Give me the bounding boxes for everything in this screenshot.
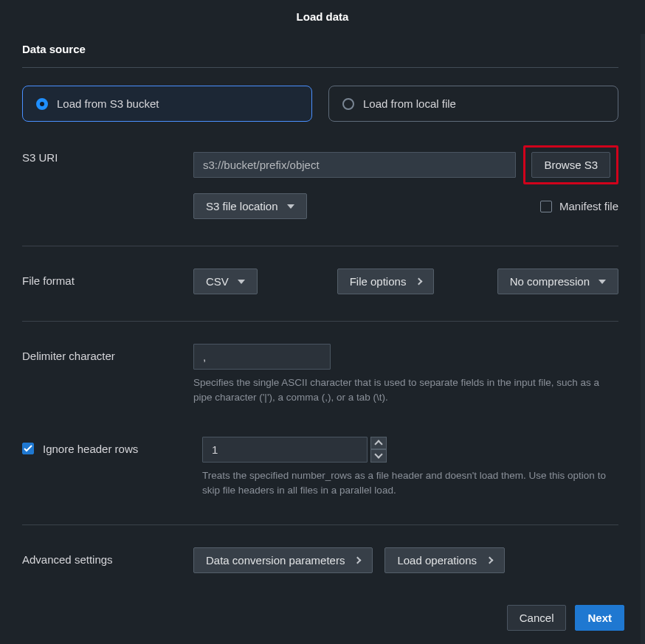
- file-options-button[interactable]: File options: [337, 269, 435, 294]
- data-source-radio-group: Load from S3 bucket Load from local file: [22, 86, 618, 122]
- caret-down-icon: [599, 280, 606, 284]
- radio-label: Load from local file: [363, 97, 456, 110]
- ignore-header-stepper: [202, 437, 387, 463]
- stepper-down-button[interactable]: [370, 449, 387, 463]
- divider: [22, 246, 618, 246]
- checkbox-label: Manifest file: [559, 200, 618, 212]
- button-label: Load operations: [397, 554, 477, 567]
- delimiter-help-text: Specifies the single ASCII character tha…: [193, 375, 618, 406]
- button-label: Next: [587, 612, 612, 624]
- button-label: CSV: [206, 275, 229, 288]
- chevron-right-icon: [415, 278, 423, 285]
- divider: [22, 524, 618, 525]
- ignore-header-input[interactable]: [202, 437, 368, 463]
- label-delimiter: Delimiter character: [22, 344, 193, 362]
- browse-s3-button[interactable]: Browse S3: [531, 152, 610, 178]
- radio-load-from-local[interactable]: Load from local file: [328, 86, 618, 122]
- chevron-right-icon: [354, 557, 362, 564]
- label-advanced: Advanced settings: [22, 547, 193, 566]
- row-delimiter: Delimiter character Specifies the single…: [22, 344, 618, 406]
- file-format-dropdown[interactable]: CSV: [193, 269, 258, 294]
- label-file-format: File format: [22, 269, 193, 287]
- chevron-right-icon: [486, 557, 494, 564]
- radio-icon: [342, 98, 354, 110]
- button-label: Data conversion parameters: [206, 554, 345, 567]
- row-ignore-header: Ignore header rows Treats the specified …: [22, 437, 618, 499]
- browse-s3-highlight: Browse S3: [523, 145, 618, 184]
- button-label: Cancel: [520, 612, 554, 624]
- divider: [22, 67, 618, 68]
- checkbox-icon: [540, 201, 552, 212]
- chevron-up-icon: [374, 440, 382, 448]
- dialog-body: Data source Load from S3 bucket Load fro…: [0, 34, 645, 592]
- button-label: S3 file location: [206, 200, 278, 212]
- chevron-down-icon: [374, 451, 382, 459]
- manifest-file-checkbox[interactable]: Manifest file: [540, 200, 618, 212]
- load-operations-button[interactable]: Load operations: [384, 547, 505, 573]
- radio-load-from-s3[interactable]: Load from S3 bucket: [22, 86, 312, 122]
- compression-dropdown[interactable]: No compression: [497, 269, 618, 294]
- row-s3-uri: S3 URI Browse S3 S3 file location: [22, 145, 618, 219]
- divider: [22, 321, 618, 322]
- cancel-button[interactable]: Cancel: [507, 605, 567, 631]
- caret-down-icon: [287, 204, 294, 209]
- button-label: File options: [350, 275, 407, 288]
- load-data-dialog: Load data Data source Load from S3 bucke…: [0, 0, 645, 644]
- button-label: Browse S3: [544, 159, 598, 171]
- section-heading-data-source: Data source: [22, 34, 618, 67]
- data-conversion-params-button[interactable]: Data conversion parameters: [193, 547, 373, 573]
- s3-file-location-dropdown[interactable]: S3 file location: [193, 193, 307, 219]
- ignore-header-checkbox[interactable]: [22, 443, 34, 454]
- button-label: No compression: [510, 275, 590, 288]
- s3-uri-input[interactable]: [193, 152, 516, 178]
- ignore-header-help-text: Treats the specified number_rows as a fi…: [202, 468, 618, 499]
- row-advanced: Advanced settings Data conversion parame…: [22, 547, 618, 573]
- dialog-footer: Cancel Next: [0, 592, 645, 644]
- dialog-title: Load data: [0, 0, 645, 34]
- delimiter-input[interactable]: [193, 344, 331, 370]
- radio-label: Load from S3 bucket: [57, 97, 159, 110]
- label-ignore-header: Ignore header rows: [43, 443, 138, 455]
- caret-down-icon: [238, 280, 245, 284]
- radio-icon: [36, 98, 48, 110]
- label-s3-uri: S3 URI: [22, 145, 193, 164]
- next-button[interactable]: Next: [575, 605, 624, 631]
- stepper-up-button[interactable]: [370, 437, 387, 450]
- row-file-format: File format CSV File options: [22, 269, 618, 294]
